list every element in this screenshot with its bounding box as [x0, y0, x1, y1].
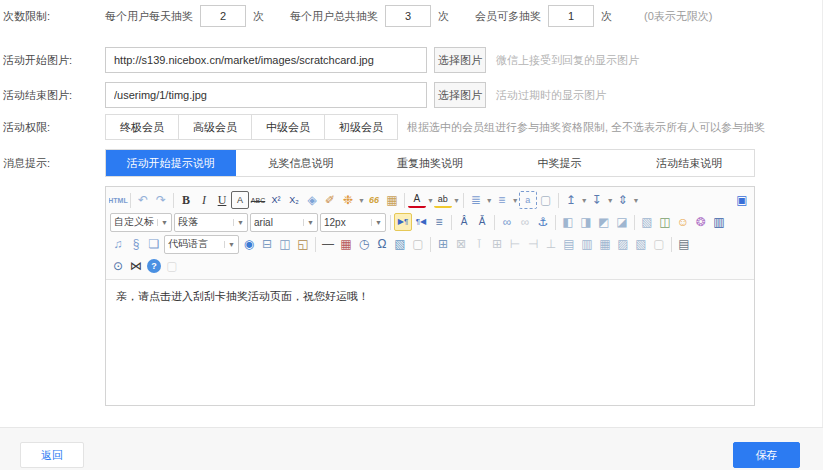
paragraph-style-icon[interactable]: ≡ — [430, 213, 448, 231]
save-button[interactable]: 保存 — [733, 442, 800, 468]
insert-col-right-icon[interactable]: ⊣ — [524, 235, 542, 253]
tab-3[interactable]: 重复抽奖说明 — [365, 150, 495, 176]
paste-word-icon[interactable]: ▦ — [383, 191, 401, 209]
limit-input-2[interactable] — [385, 5, 431, 27]
tab-1[interactable]: 活动开始提示说明 — [106, 150, 236, 176]
preview-icon[interactable]: ⊙ — [109, 257, 127, 275]
blockquote-icon[interactable]: 66 — [365, 191, 383, 209]
page-break-icon[interactable]: ⊟ — [258, 235, 276, 253]
merge-down-icon[interactable]: ▨ — [614, 235, 632, 253]
tab-5[interactable]: 活动结束说明 — [624, 150, 754, 176]
video-icon[interactable]: ▥ — [710, 213, 728, 231]
permission-option-4[interactable]: 初级会员 — [324, 114, 398, 140]
superscript-icon[interactable]: X² — [267, 191, 285, 209]
undo-icon[interactable]: ↶ — [134, 191, 152, 209]
special-char-icon[interactable]: Ω — [373, 235, 391, 253]
table-sort-icon[interactable]: ▧ — [632, 235, 650, 253]
template-icon[interactable]: ▢ — [409, 235, 427, 253]
auto-typeset-icon[interactable]: ❉ — [339, 191, 357, 209]
highlight-color-icon-dropdown[interactable]: ▼ — [453, 197, 460, 204]
bordered-text-icon[interactable]: A — [231, 191, 249, 209]
paragraph-select[interactable]: 段落▼ — [174, 213, 248, 232]
split-cols-icon[interactable]: ▥ — [578, 235, 596, 253]
lowercase-icon[interactable]: Ǎ — [473, 213, 491, 231]
tab-4[interactable]: 中奖提示 — [495, 150, 625, 176]
ordered-list-icon[interactable]: ≣ — [467, 191, 485, 209]
insert-image-icon[interactable]: ▧ — [638, 213, 656, 231]
image-align-right-icon[interactable]: ◩ — [595, 213, 613, 231]
redo-icon[interactable]: ↷ — [152, 191, 170, 209]
align-bottom-icon[interactable]: ↧ — [588, 191, 606, 209]
insert-table-icon[interactable]: ⊞ — [434, 235, 452, 253]
image-align-bottom-icon[interactable]: ◪ — [613, 213, 631, 231]
permission-option-2[interactable]: 高级会员 — [178, 114, 252, 140]
fullscreen-icon[interactable]: ▣ — [733, 191, 751, 209]
anchor-icon[interactable]: a — [519, 191, 537, 209]
back-button[interactable]: 返回 — [20, 442, 84, 468]
eraser-icon[interactable]: ◈ — [303, 191, 321, 209]
auto-typeset-icon-dropdown[interactable]: ▼ — [358, 197, 365, 204]
limit-input-3[interactable] — [548, 5, 594, 27]
date-icon[interactable]: ▦ — [337, 235, 355, 253]
help-icon[interactable]: ? — [147, 259, 161, 273]
code-language-select[interactable]: 代码语言▼ — [164, 235, 239, 254]
time-icon[interactable]: ◷ — [355, 235, 373, 253]
italic-icon[interactable]: I — [195, 191, 213, 209]
scrawl-icon[interactable]: ❂ — [692, 213, 710, 231]
insert-row-icon[interactable]: ⊥ — [542, 235, 560, 253]
align-bottom-icon-dropdown[interactable]: ▼ — [607, 197, 614, 204]
start-image-pick-button[interactable]: 选择图片 — [434, 47, 486, 73]
limit-input-1[interactable] — [200, 5, 246, 27]
chart-icon[interactable]: ▧ — [391, 235, 409, 253]
table-title-icon[interactable]: ⊺ — [470, 235, 488, 253]
highlight-color-icon[interactable]: ab — [434, 192, 452, 208]
tab-2[interactable]: 兑奖信息说明 — [236, 150, 366, 176]
music-icon[interactable]: ♫ — [109, 235, 127, 253]
underline-icon[interactable]: U — [213, 191, 231, 209]
font-size-select[interactable]: 12px▼ — [320, 213, 386, 232]
font-color-icon[interactable]: A — [408, 192, 426, 208]
attachment-icon[interactable]: § — [127, 235, 145, 253]
unlink-icon[interactable]: ∞ — [516, 213, 534, 231]
merge-cells-icon[interactable]: ⊞ — [488, 235, 506, 253]
align-top-icon[interactable]: ↥ — [562, 191, 580, 209]
font-family-select[interactable]: arial▼ — [250, 213, 318, 232]
start-image-input[interactable] — [105, 47, 427, 73]
rtl-paragraph-icon[interactable]: ¶◀ — [412, 213, 430, 231]
end-image-input[interactable] — [105, 82, 427, 108]
permission-option-1[interactable]: 终极会员 — [105, 114, 179, 140]
split-rows-icon[interactable]: ▤ — [560, 235, 578, 253]
uppercase-icon[interactable]: Â — [455, 213, 473, 231]
bold-icon[interactable]: B — [177, 191, 195, 209]
blank-doc-icon[interactable]: ▢ — [537, 191, 555, 209]
emotion-icon[interactable]: ☺ — [674, 213, 692, 231]
indent-icon[interactable]: ▶¶ — [394, 213, 412, 231]
delete-table-icon[interactable]: ⊠ — [452, 235, 470, 253]
anchor-insert-icon[interactable]: ⚓ — [534, 213, 552, 231]
paste-disabled-icon[interactable]: ▢ — [163, 257, 181, 275]
horizontal-rule-icon[interactable]: — — [319, 235, 337, 253]
strikethrough-icon[interactable]: ABC — [249, 191, 267, 209]
merge-right-icon[interactable]: ▦ — [596, 235, 614, 253]
ordered-list-icon-dropdown[interactable]: ▼ — [486, 197, 493, 204]
font-color-icon-dropdown[interactable]: ▼ — [427, 197, 434, 204]
image-align-left-icon[interactable]: ◧ — [559, 213, 577, 231]
insert-code-icon[interactable]: ◉ — [240, 235, 258, 253]
columns-icon[interactable]: ◫ — [276, 235, 294, 253]
line-height-icon-dropdown[interactable]: ▼ — [633, 197, 640, 204]
map-icon[interactable]: ❏ — [145, 235, 163, 253]
custom-title-select[interactable]: 自定义标题▼ — [110, 213, 172, 232]
subscript-icon[interactable]: X₂ — [285, 191, 303, 209]
online-image-icon[interactable]: ◫ — [656, 213, 674, 231]
print-icon[interactable]: ▤ — [675, 235, 693, 253]
permission-option-3[interactable]: 中级会员 — [251, 114, 325, 140]
source-code-icon[interactable]: HTML — [109, 191, 127, 209]
insert-col-left-icon[interactable]: ⊢ — [506, 235, 524, 253]
end-image-pick-button[interactable]: 选择图片 — [434, 82, 486, 108]
align-top-icon-dropdown[interactable]: ▼ — [581, 197, 588, 204]
format-brush-icon[interactable]: ✐ — [321, 191, 339, 209]
link-icon[interactable]: ∞ — [498, 213, 516, 231]
search-replace-icon[interactable]: ⋈ — [127, 257, 145, 275]
snapscreen-icon[interactable]: ◱ — [294, 235, 312, 253]
bullet-list-icon-dropdown[interactable]: ▼ — [512, 197, 519, 204]
